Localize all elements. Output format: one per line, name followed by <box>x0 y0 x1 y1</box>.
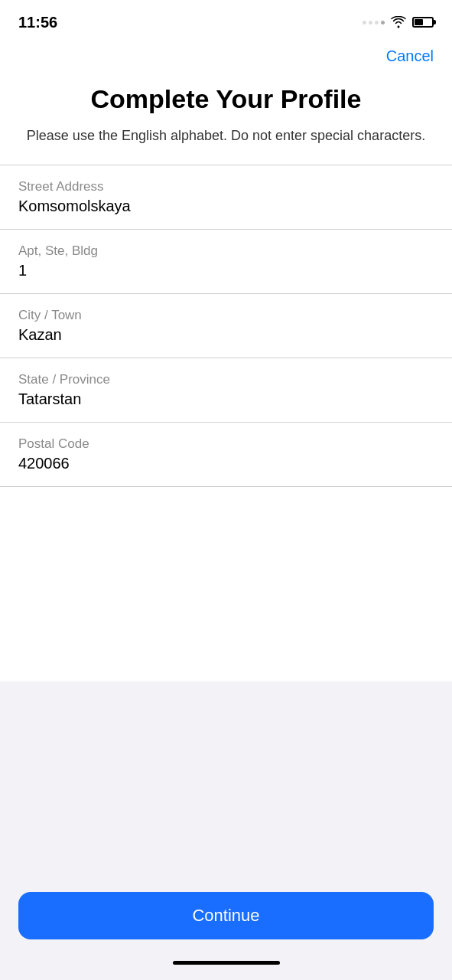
cancel-button[interactable]: Cancel <box>386 47 434 65</box>
status-time: 11:56 <box>18 14 57 31</box>
postal-code-value: 420066 <box>18 455 434 472</box>
status-icons <box>363 16 434 28</box>
postal-code-field[interactable]: Postal Code 420066 <box>0 423 452 486</box>
home-indicator-area <box>0 952 452 980</box>
apt-ste-bldg-value: 1 <box>18 262 434 279</box>
state-province-field[interactable]: State / Province Tatarstan <box>0 358 452 422</box>
apt-ste-bldg-label: Apt, Ste, Bldg <box>18 243 434 259</box>
battery-icon <box>412 17 434 28</box>
wifi-icon <box>391 16 406 28</box>
content-spacer <box>0 681 452 877</box>
apt-ste-bldg-field[interactable]: Apt, Ste, Bldg 1 <box>0 230 452 293</box>
state-province-label: State / Province <box>18 372 434 387</box>
page-title: Complete Your Profile <box>23 83 429 115</box>
street-address-label: Street Address <box>18 179 434 194</box>
divider-5 <box>0 486 452 487</box>
city-town-value: Kazan <box>18 326 434 344</box>
status-bar: 11:56 <box>0 0 452 41</box>
state-province-value: Tatarstan <box>18 390 434 408</box>
city-town-field[interactable]: City / Town Kazan <box>0 294 452 358</box>
postal-code-label: Postal Code <box>18 436 434 452</box>
page-subtitle: Please use the English alphabet. Do not … <box>23 126 429 146</box>
signal-icon <box>363 21 385 24</box>
home-bar <box>173 961 280 965</box>
continue-button[interactable]: Continue <box>18 892 434 939</box>
header: Complete Your Profile Please use the Eng… <box>0 74 452 165</box>
form-section: Street Address Komsomolskaya Apt, Ste, B… <box>0 165 452 682</box>
street-address-value: Komsomolskaya <box>18 198 434 215</box>
street-address-field[interactable]: Street Address Komsomolskaya <box>0 165 452 229</box>
bottom-area: Continue <box>0 877 452 952</box>
city-town-label: City / Town <box>18 308 434 323</box>
nav-bar: Cancel <box>0 41 452 74</box>
